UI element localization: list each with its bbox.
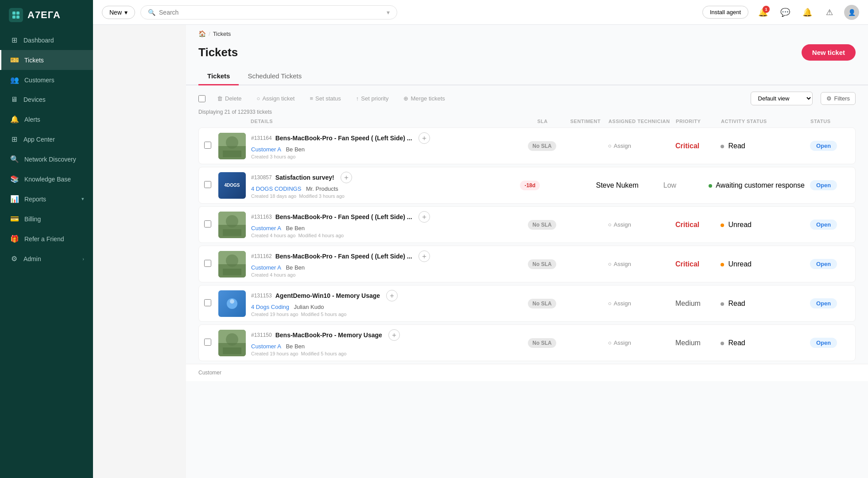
sidebar-item-knowledge-base[interactable]: 📚 Knowledge Base xyxy=(0,169,93,189)
sidebar-item-alerts[interactable]: 🔔 Alerts xyxy=(0,109,93,129)
ticket-id-0: #131164 xyxy=(251,135,272,141)
sla-badge: No SLA xyxy=(528,220,556,230)
chat-button[interactable]: 💬 xyxy=(778,5,793,20)
add-ticket-btn-3[interactable]: ＋ xyxy=(418,251,430,262)
sidebar-item-billing[interactable]: 💳 Billing xyxy=(0,209,93,229)
ticket-customer-2[interactable]: Customer A xyxy=(251,225,281,231)
ticket-assigned-2[interactable]: ○ Assign xyxy=(608,221,670,228)
add-ticket-btn-1[interactable]: ＋ xyxy=(341,172,352,183)
search-input[interactable] xyxy=(159,9,383,16)
knowledge-base-icon: 📚 xyxy=(10,175,19,183)
set-status-button[interactable]: ≡ Set status xyxy=(306,93,344,104)
ticket-assigned-1[interactable]: Steve Nukem xyxy=(596,181,658,189)
ticket-details-0: #131164 Bens-MacBook-Pro - Fan Speed ( (… xyxy=(251,132,517,159)
avatar-icon: 👤 xyxy=(848,9,856,16)
app-logo[interactable]: А7ЕГА xyxy=(0,0,93,30)
user-avatar[interactable]: 👤 xyxy=(844,5,859,20)
warning-button[interactable]: ⚠ xyxy=(822,5,837,20)
add-ticket-btn-2[interactable]: ＋ xyxy=(418,211,430,223)
assign-btn-2[interactable]: ○ Assign xyxy=(608,221,670,228)
ticket-assigned-5[interactable]: ○ Assign xyxy=(608,339,670,346)
activity-dot-3 xyxy=(721,263,724,266)
ticket-customer-5[interactable]: Customer A xyxy=(251,343,281,350)
sidebar-item-customers[interactable]: 👥 Customers xyxy=(0,70,93,90)
assign-btn-0[interactable]: ○ Assign xyxy=(608,143,670,149)
logo-icon xyxy=(9,8,23,22)
ticket-row[interactable]: #131150 Bens-MacBook-Pro - Memory Usage … xyxy=(198,324,856,361)
set-priority-button[interactable]: ↑ Set priority xyxy=(353,93,392,104)
ticket-row[interactable]: #131162 Bens-MacBook-Pro - Fan Speed ( (… xyxy=(198,246,856,282)
assign-btn-5[interactable]: ○ Assign xyxy=(608,339,670,346)
install-agent-button[interactable]: Install agent xyxy=(702,6,748,19)
notifications-button[interactable]: 🔔 1 xyxy=(756,5,771,20)
sidebar-item-refer-a-friend[interactable]: 🎁 Refer a Friend xyxy=(0,229,93,249)
home-icon[interactable]: 🏠 xyxy=(198,30,206,37)
ticket-row[interactable]: #131164 Bens-MacBook-Pro - Fan Speed ( (… xyxy=(198,127,856,164)
new-ticket-button[interactable]: New ticket xyxy=(802,44,856,61)
ticket-checkbox-1[interactable] xyxy=(204,181,213,190)
sidebar-label-devices: Devices xyxy=(23,96,84,103)
search-bar[interactable]: 🔍 ▾ xyxy=(140,5,397,19)
ticket-checkbox-0[interactable] xyxy=(204,142,213,150)
svg-rect-1 xyxy=(16,12,19,15)
sidebar-item-app-center[interactable]: ⊞ App Center xyxy=(0,129,93,149)
tickets-icon: 🎫 xyxy=(10,56,19,64)
notification-badge: 1 xyxy=(763,6,770,13)
add-ticket-btn-0[interactable]: ＋ xyxy=(418,132,430,144)
topbar: New ▾ 🔍 ▾ Install agent 🔔 1 💬 🔔 ⚠ 👤 xyxy=(93,0,868,25)
alerts-button[interactable]: 🔔 xyxy=(800,5,815,20)
svg-rect-21 xyxy=(223,347,241,354)
ticket-agent-5: Be Ben xyxy=(286,343,305,350)
sidebar-item-network-discovery[interactable]: 🔍 Network Discovery xyxy=(0,149,93,169)
ticket-customer-3[interactable]: Customer A xyxy=(251,264,281,271)
sla-badge: -18d xyxy=(520,181,540,190)
select-all-checkbox[interactable] xyxy=(198,95,205,102)
add-ticket-btn-5[interactable]: ＋ xyxy=(388,329,400,341)
ticket-row[interactable]: #131163 Bens-MacBook-Pro - Fan Speed ( (… xyxy=(198,206,856,243)
ticket-checkbox-3[interactable] xyxy=(204,260,213,269)
ticket-status-0: Open xyxy=(810,141,850,151)
ticket-row[interactable]: 4DOGS #130857 Satisfaction survey! ＋ 4 D… xyxy=(198,167,856,204)
assign-ticket-button[interactable]: ○ Assign ticket xyxy=(253,93,298,104)
ticket-id-5: #131150 xyxy=(251,332,272,338)
sidebar-item-tickets[interactable]: 🎫 Tickets xyxy=(0,50,93,70)
sidebar-item-reports[interactable]: 📊 Reports ▾ xyxy=(0,189,93,209)
search-chevron-icon: ▾ xyxy=(387,9,390,16)
svg-point-6 xyxy=(226,136,238,149)
ticket-checkbox-2[interactable] xyxy=(204,220,213,229)
merge-tickets-button[interactable]: ⊕ Merge tickets xyxy=(400,93,448,104)
ticket-customer-4[interactable]: 4 Dogs Coding xyxy=(251,304,289,310)
ticket-customer-1[interactable]: 4 DOGS CODINGS xyxy=(251,185,301,192)
delete-button[interactable]: 🗑 Delete xyxy=(213,93,245,104)
add-ticket-btn-4[interactable]: ＋ xyxy=(386,290,398,301)
assign-btn-3[interactable]: ○ Assign xyxy=(608,261,670,267)
sidebar-item-admin[interactable]: ⚙ Admin › xyxy=(0,249,93,269)
ticket-assigned-3[interactable]: ○ Assign xyxy=(608,261,670,267)
ticket-row[interactable]: #131153 AgentDemo-Win10 - Memory Usage ＋… xyxy=(198,285,856,322)
new-button[interactable]: New ▾ xyxy=(102,6,135,19)
filters-button[interactable]: ⚙ Filters xyxy=(821,92,856,105)
assign-icon: ○ xyxy=(257,95,260,102)
default-view-select[interactable]: Default view xyxy=(751,92,813,105)
tab-scheduled-tickets[interactable]: Scheduled Tickets xyxy=(239,68,310,85)
merge-icon: ⊕ xyxy=(403,95,408,102)
sla-badge: No SLA xyxy=(528,141,556,151)
ticket-title-4: AgentDemo-Win10 - Memory Usage xyxy=(275,292,380,299)
ticket-assigned-0[interactable]: ○ Assign xyxy=(608,143,670,149)
activity-dot-0 xyxy=(721,145,724,148)
tab-tickets[interactable]: Tickets xyxy=(198,68,239,85)
page-title: Tickets xyxy=(198,46,238,59)
assign-btn-4[interactable]: ○ Assign xyxy=(608,300,670,307)
tickets-table-wrap: Details SLA Sentiment Assigned Technicia… xyxy=(186,117,868,361)
ticket-title-3: Bens-MacBook-Pro - Fan Speed ( (Left Sid… xyxy=(275,253,412,260)
sidebar-item-devices[interactable]: 🖥 Devices xyxy=(0,90,93,109)
ticket-customer-0[interactable]: Customer A xyxy=(251,146,281,153)
ticket-checkbox-4[interactable] xyxy=(204,299,213,308)
toolbar: 🗑 Delete ○ Assign ticket ≡ Set status ↑ … xyxy=(186,85,868,105)
sidebar-item-dashboard[interactable]: ⊞ Dashboard xyxy=(0,30,93,50)
ticket-assigned-4[interactable]: ○ Assign xyxy=(608,300,670,307)
activity-label-3: Unread xyxy=(728,260,751,268)
ticket-checkbox-5[interactable] xyxy=(204,339,213,347)
ticket-sla-5: No SLA xyxy=(522,338,562,348)
activity-dot-1 xyxy=(709,184,712,188)
